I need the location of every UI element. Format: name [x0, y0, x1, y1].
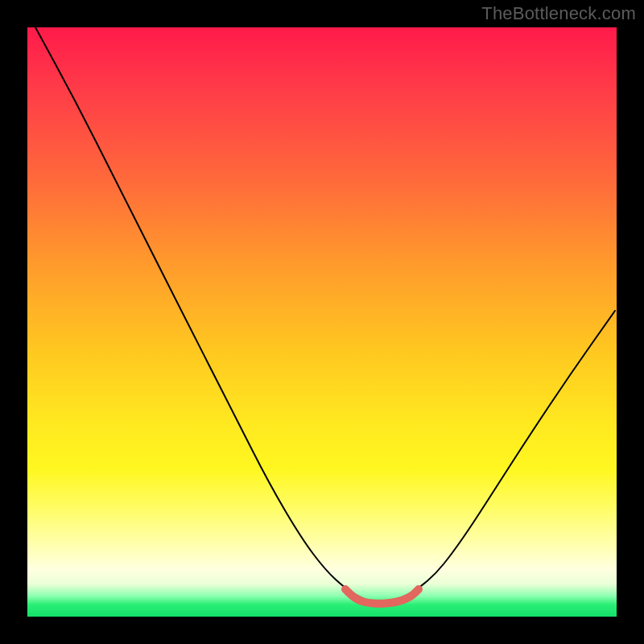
black-curve — [35, 27, 615, 602]
watermark-text: TheBottleneck.com — [481, 3, 636, 24]
curves-svg — [27, 27, 617, 617]
chart-stage: TheBottleneck.com — [0, 0, 644, 644]
red-valley-band — [345, 589, 419, 604]
plot-area — [27, 27, 617, 617]
